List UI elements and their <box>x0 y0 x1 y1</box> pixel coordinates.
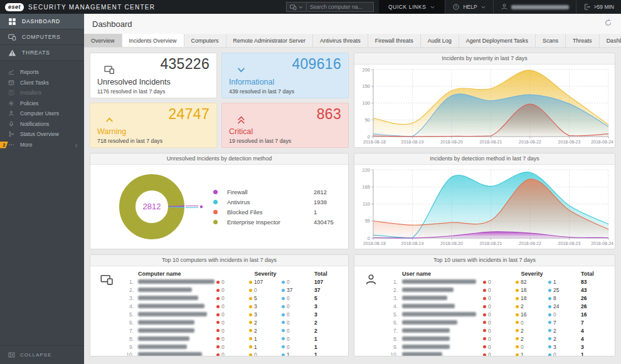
table-row[interactable]: 6.0077 <box>387 318 610 326</box>
sidebar-item-installers[interactable]: Installers <box>0 88 84 98</box>
tab-overview[interactable]: Overview <box>84 34 122 47</box>
tab-incidents-overview[interactable]: Incidents Overview <box>122 34 184 47</box>
username-redacted <box>511 5 569 9</box>
table-header-row: User nameSeverityTotal <box>387 269 610 278</box>
table-row[interactable]: 9.0101 <box>123 343 343 351</box>
table-row[interactable]: 9.0033 <box>387 343 610 351</box>
sidebar-item-reports[interactable]: Reports <box>0 67 84 78</box>
table-row[interactable]: 5.016016 <box>387 311 610 319</box>
table-row[interactable]: 1.082183 <box>387 278 610 286</box>
stat-card-label: Informational <box>229 78 274 86</box>
total-count: 107 <box>314 279 343 285</box>
collapse-button[interactable]: COLLAPSE <box>0 345 84 364</box>
search-input[interactable] <box>306 3 370 11</box>
redacted-name <box>402 279 476 284</box>
severity-count-informational: 0 <box>282 336 314 342</box>
svg-text:165: 165 <box>362 184 370 190</box>
table-row[interactable]: 5.0303 <box>123 311 343 319</box>
computers-icon <box>104 65 115 75</box>
severity-count-warning: 18 <box>516 287 548 293</box>
svg-text:220: 220 <box>362 167 370 173</box>
stat-card-warning[interactable]: 24747Warning718 resolved in last 7 days <box>90 103 217 148</box>
legend-value: 1938 <box>314 199 327 205</box>
tab-agent-deployment-tasks[interactable]: Agent Deployment Tasks <box>459 34 536 47</box>
severity-count-informational: 8 <box>548 295 581 301</box>
sidebar-item-computer-users[interactable]: Computer Users <box>0 108 84 119</box>
table-row[interactable]: 2.0182543 <box>387 286 610 294</box>
stat-card-critical[interactable]: 863Critical19 resolved in last 7 days <box>221 103 349 148</box>
table-row[interactable]: 2.003737 <box>123 286 343 294</box>
grid-icon <box>8 18 16 26</box>
refresh-icon <box>604 19 612 27</box>
severity-count-informational: 0 <box>548 311 581 318</box>
legend-item-antivirus[interactable]: Antivirus1938 <box>213 197 339 207</box>
table-row[interactable]: 8.0101 <box>123 335 343 343</box>
table-row[interactable]: 10.0011 <box>123 351 343 356</box>
quick-links-button[interactable]: QUICK LINKS <box>379 0 445 14</box>
sidebar-item-more[interactable]: 2More <box>0 140 84 150</box>
sidebar-item-threats[interactable]: THREATS <box>0 45 84 61</box>
redacted-name <box>402 320 457 325</box>
table-row[interactable]: 3.0505 <box>123 294 343 303</box>
logout-icon <box>583 3 591 11</box>
main-content: Dashboard OverviewIncidents OverviewComp… <box>84 14 621 364</box>
tab-threats[interactable]: Threats <box>566 34 600 47</box>
rank: 3. <box>387 295 402 301</box>
refresh-button[interactable] <box>603 19 613 29</box>
panel-title: Incidents by severity in last 7 days <box>354 53 615 65</box>
sidebar-item-computers[interactable]: COMPUTERS <box>0 29 84 45</box>
table-row[interactable]: 7.0202 <box>123 326 343 335</box>
chevron-up-icon <box>104 115 115 125</box>
legend-item-enterprise-inspector[interactable]: Enterprise Inspector430475 <box>213 217 339 227</box>
tab-audit-log[interactable]: Audit Log <box>421 34 459 47</box>
tab-computers[interactable]: Computers <box>184 34 226 47</box>
gear-icon <box>8 100 14 107</box>
severity-count-informational: 37 <box>282 287 314 293</box>
severity-count-informational: 2 <box>548 336 581 342</box>
table-header-row: Computer nameSeverityTotal <box>123 269 343 278</box>
severity-count-warning: 0 <box>249 351 282 356</box>
svg-text:2018-08-24: 2018-08-24 <box>591 140 613 144</box>
help-button[interactable]: ? HELP <box>445 0 492 14</box>
rank: 8. <box>123 336 138 342</box>
report-icon <box>8 69 14 75</box>
tab-antivirus-threats[interactable]: Antivirus threats <box>313 34 368 47</box>
severity-count-informational: 25 <box>548 287 581 293</box>
table-row[interactable]: 4.0303 <box>123 303 343 311</box>
sidebar-item-policies[interactable]: Policies <box>0 98 84 109</box>
page-title: Dashboard <box>92 19 132 29</box>
sidebar-item-notifications[interactable]: Notifications <box>0 119 84 130</box>
table-row[interactable]: 3.018826 <box>387 294 610 303</box>
legend-item-blocked-files[interactable]: Blocked Files1 <box>213 207 339 217</box>
user-menu[interactable] <box>493 0 576 14</box>
sidebar-item-label: More <box>20 142 32 148</box>
table-row[interactable]: 6.0202 <box>123 318 343 326</box>
table-row[interactable]: 1.01070107 <box>123 278 343 286</box>
sidebar-item-status-overview[interactable]: Status Overview <box>0 129 84 140</box>
sidebar-item-label: Policies <box>20 100 38 107</box>
tab-firewall-threats[interactable]: Firewall threats <box>368 34 421 47</box>
status-icon <box>8 131 14 137</box>
sidebar-item-label: Client Tasks <box>20 80 49 86</box>
severity-count-warning: 0 <box>516 344 548 350</box>
stat-card-informational[interactable]: 409616Informational439 resolved in last … <box>221 53 349 98</box>
session-timer[interactable]: >59 MIN <box>576 0 621 14</box>
table-row[interactable]: 4.022426 <box>387 303 610 311</box>
tab-dashboard[interactable]: Dashboard <box>600 34 621 47</box>
bell-icon <box>8 121 14 127</box>
table-row[interactable]: 7.0224 <box>387 326 610 335</box>
table-row[interactable]: 8.0224 <box>387 335 610 343</box>
tab-scans[interactable]: Scans <box>536 34 566 47</box>
tab-remote-administrator-server[interactable]: Remote Administrator Server <box>226 34 314 47</box>
sidebar-item-label: COMPUTERS <box>22 34 61 40</box>
sidebar-item-client-tasks[interactable]: Client Tasks <box>0 78 84 88</box>
legend-item-firewall[interactable]: Firewall2812 <box>213 187 339 197</box>
total-count: 1 <box>314 336 343 342</box>
severity-count-critical: 0 <box>216 279 249 285</box>
sidebar-item-dashboard[interactable]: DASHBOARD <box>0 14 84 29</box>
chevron-down-icon[interactable] <box>298 4 304 10</box>
total-count: 1 <box>581 351 610 356</box>
stat-card-unresolved-incidents[interactable]: 435226Unresolved Incidents1176 resolved … <box>90 53 217 98</box>
table-row[interactable]: 10.0101 <box>387 351 610 356</box>
severity-count-warning: 1 <box>516 351 548 356</box>
